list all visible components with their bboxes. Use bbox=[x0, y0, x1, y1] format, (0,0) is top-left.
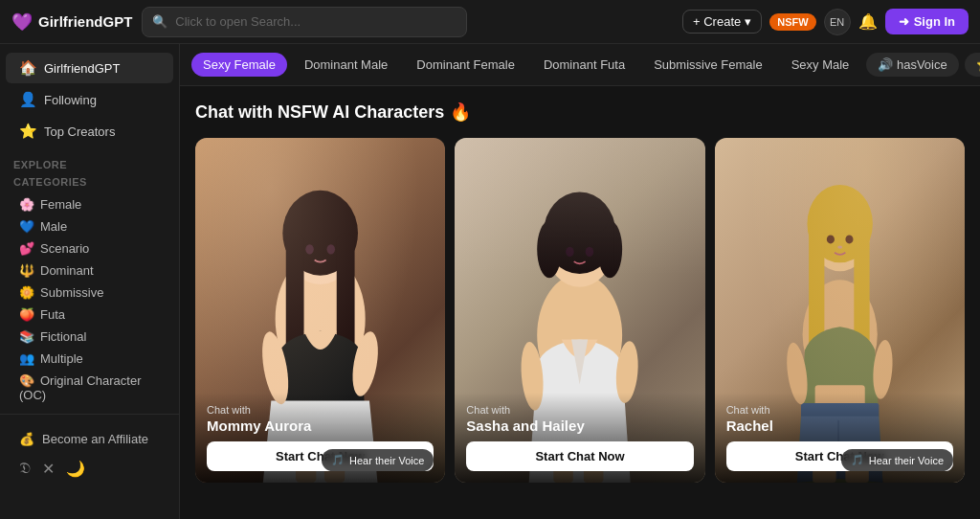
svg-point-18 bbox=[576, 208, 609, 234]
card-1-prefix: Chat with bbox=[466, 404, 693, 416]
sidebar: 🏠 GirlfriendGPT 👤 Following ⭐ Top Creato… bbox=[0, 44, 180, 519]
svg-point-32 bbox=[845, 235, 853, 243]
card-1-name: Sasha and Hailey bbox=[466, 417, 693, 434]
notification-button[interactable]: 🔔 bbox=[858, 12, 878, 31]
sidebar-item-dominant[interactable]: 🔱Dominant bbox=[0, 260, 179, 282]
character-card-1[interactable]: Chat with Sasha and Hailey Start Chat No… bbox=[455, 138, 704, 483]
start-chat-button-1[interactable]: Start Chat Now bbox=[466, 441, 693, 471]
sidebar-item-fictional[interactable]: 📚Fictional bbox=[0, 326, 179, 348]
svg-rect-30 bbox=[816, 202, 863, 234]
signin-button[interactable]: ➜ Sign In bbox=[885, 9, 969, 34]
sidebar-following-label: Following bbox=[44, 93, 97, 107]
cards-grid: Chat with Mommy Aurora Start Chat Now 🎵 … bbox=[195, 138, 965, 483]
tab-dominant-male[interactable]: Dominant Male bbox=[293, 53, 399, 77]
category-submissive-label: Submissive bbox=[40, 285, 103, 300]
header: 💜 GirlfriendGPT 🔍 Click to open Search..… bbox=[0, 0, 980, 44]
body: 🏠 GirlfriendGPT 👤 Following ⭐ Top Creato… bbox=[0, 44, 980, 519]
top-creators-icon: ⭐ bbox=[19, 123, 36, 140]
affiliate-label: Become an Affiliate bbox=[42, 432, 148, 446]
logo-text: GirlfriendGPT bbox=[38, 13, 132, 30]
affiliate-icon: 💰 bbox=[19, 432, 34, 446]
chevron-down-icon: ▾ bbox=[745, 14, 751, 29]
tab-submissive-female[interactable]: Submissive Female bbox=[642, 53, 773, 77]
card-2-prefix: Chat with bbox=[726, 404, 953, 416]
category-oc-label: Original Character (OC) bbox=[19, 373, 142, 402]
sidebar-item-multiple[interactable]: 👥Multiple bbox=[0, 348, 179, 370]
sidebar-item-futa[interactable]: 🍑Futa bbox=[0, 304, 179, 326]
card-0-name: Mommy Aurora bbox=[207, 417, 434, 434]
tab-sexy-female[interactable]: Sexy Female bbox=[191, 53, 287, 77]
logo[interactable]: 💜 GirlfriendGPT bbox=[11, 11, 132, 33]
category-multiple-label: Multiple bbox=[40, 351, 83, 366]
tab-dominant-futa[interactable]: Dominant Futa bbox=[532, 53, 636, 77]
svg-point-31 bbox=[826, 235, 834, 243]
sidebar-item-male[interactable]: 💙Male bbox=[0, 215, 179, 237]
search-icon: 🔍 bbox=[152, 14, 167, 29]
voice-wave-icon-0: 🎵 bbox=[331, 454, 345, 466]
section-title-text: Chat with NSFW AI Characters bbox=[195, 102, 444, 123]
main-content: Sexy Female Dominant Male Dominant Femal… bbox=[180, 44, 980, 519]
hear-voice-button-0[interactable]: 🎵 Hear their Voice bbox=[322, 449, 434, 471]
hear-voice-label-0: Hear their Voice bbox=[349, 455, 424, 466]
discord-icon[interactable]: 𝔇 bbox=[19, 460, 31, 478]
character-card-0[interactable]: Chat with Mommy Aurora Start Chat Now 🎵 … bbox=[195, 138, 445, 483]
sidebar-home-label: GirlfriendGPT bbox=[44, 61, 120, 76]
theme-toggle-icon[interactable]: 🌙 bbox=[66, 460, 85, 478]
sidebar-item-submissive[interactable]: 🌼Submissive bbox=[0, 282, 179, 304]
sidebar-top-creators-label: Top Creators bbox=[44, 124, 115, 139]
svg-point-20 bbox=[586, 247, 594, 257]
content-area: Chat with NSFW AI Characters 🔥 bbox=[180, 86, 980, 519]
card-2-name: Rachel bbox=[726, 417, 953, 434]
following-icon: 👤 bbox=[19, 91, 36, 108]
card-0-prefix: Chat with bbox=[207, 404, 434, 416]
svg-point-5 bbox=[305, 244, 314, 254]
fire-emoji: 🔥 bbox=[450, 102, 471, 123]
explore-section-label: Explore bbox=[0, 147, 179, 174]
svg-point-19 bbox=[566, 247, 574, 257]
tab-sexy-male[interactable]: Sexy Male bbox=[780, 53, 861, 77]
tabs-bar: Sexy Female Dominant Male Dominant Femal… bbox=[180, 44, 980, 86]
categories-section-label: Categories bbox=[0, 174, 179, 193]
category-female-label: Female bbox=[40, 197, 81, 212]
category-fictional-label: Fictional bbox=[40, 329, 86, 344]
category-dominant-label: Dominant bbox=[40, 263, 94, 278]
category-male-label: Male bbox=[40, 219, 67, 234]
nsfw-badge[interactable]: NSFW bbox=[769, 13, 815, 31]
category-futa-label: Futa bbox=[40, 307, 65, 322]
create-label: + Create bbox=[693, 14, 741, 29]
sidebar-item-top-creators[interactable]: ⭐ Top Creators bbox=[6, 116, 173, 147]
logo-icon: 💜 bbox=[11, 11, 33, 33]
voice-wave-icon-2: 🎵 bbox=[851, 454, 864, 466]
tab-has-voice[interactable]: 🔊 hasVoice bbox=[866, 53, 958, 77]
signin-arrow-icon: ➜ bbox=[899, 14, 909, 29]
affiliate-button[interactable]: 💰 Become an Affiliate bbox=[6, 424, 173, 454]
x-twitter-icon[interactable]: ✕ bbox=[42, 460, 55, 478]
sidebar-item-female[interactable]: 🌸Female bbox=[0, 193, 179, 215]
category-scenario-label: Scenario bbox=[40, 241, 89, 256]
hear-voice-label-2: Hear their Voice bbox=[869, 455, 944, 466]
character-card-2[interactable]: Chat with Rachel Start Chat Now 🎵 Hear t… bbox=[715, 138, 965, 483]
create-button[interactable]: + Create ▾ bbox=[682, 10, 762, 34]
tab-dominant-female[interactable]: Dominant Female bbox=[405, 53, 526, 77]
sidebar-item-scenario[interactable]: 💕Scenario bbox=[0, 237, 179, 260]
hear-voice-button-2[interactable]: 🎵 Hear their Voice bbox=[841, 449, 953, 471]
svg-point-33 bbox=[837, 245, 842, 248]
header-right: + Create ▾ NSFW EN 🔔 ➜ Sign In bbox=[682, 9, 969, 35]
sidebar-item-home[interactable]: 🏠 GirlfriendGPT bbox=[6, 53, 173, 83]
sidebar-item-following[interactable]: 👤 Following bbox=[6, 84, 173, 115]
section-title: Chat with NSFW AI Characters 🔥 bbox=[195, 102, 965, 123]
language-button[interactable]: EN bbox=[824, 9, 851, 35]
home-icon: 🏠 bbox=[19, 59, 36, 77]
tab-deluxe[interactable]: ⭐ Deluxe bbox=[965, 53, 980, 77]
sidebar-bottom: 💰 Become an Affiliate 𝔇 ✕ 🌙 bbox=[0, 414, 179, 489]
sidebar-item-oc[interactable]: 🎨Original Character (OC) bbox=[0, 370, 179, 406]
social-icons-bar: 𝔇 ✕ 🌙 bbox=[6, 454, 173, 484]
search-placeholder: Click to open Search... bbox=[175, 14, 301, 29]
card-1-overlay: Chat with Sasha and Hailey Start Chat No… bbox=[455, 393, 704, 483]
svg-point-6 bbox=[327, 244, 336, 254]
signin-label: Sign In bbox=[914, 14, 955, 29]
search-bar[interactable]: 🔍 Click to open Search... bbox=[142, 7, 467, 37]
